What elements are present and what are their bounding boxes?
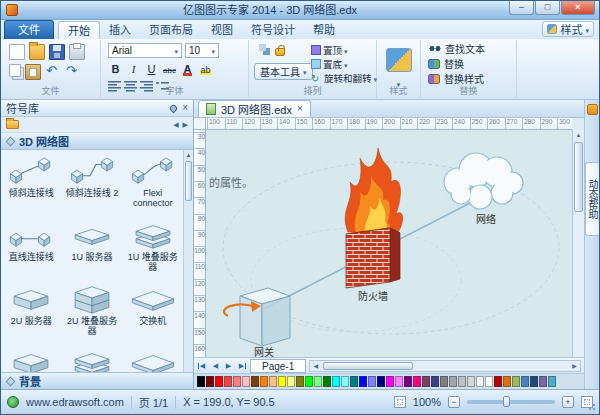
- file-menu-button[interactable]: 文件: [4, 20, 54, 39]
- color-swatch[interactable]: [368, 376, 376, 387]
- library-item[interactable]: 2U 堆叠服务器: [62, 281, 123, 345]
- color-swatch[interactable]: [269, 376, 277, 387]
- font-size-select[interactable]: 10: [185, 43, 219, 58]
- redo-icon[interactable]: [65, 64, 81, 80]
- highlight-button[interactable]: [198, 62, 213, 76]
- send-to-back-button[interactable]: 置底: [311, 57, 377, 71]
- library-item[interactable]: [122, 345, 183, 372]
- close-icon[interactable]: [182, 103, 188, 113]
- color-swatch[interactable]: [377, 376, 385, 387]
- scrollbar-thumb[interactable]: [323, 362, 413, 370]
- color-swatch[interactable]: [215, 376, 223, 387]
- previous-page-button[interactable]: ◀: [209, 359, 222, 373]
- color-swatch[interactable]: [251, 376, 259, 387]
- pin-icon[interactable]: [169, 103, 179, 113]
- resize-grip[interactable]: [585, 400, 597, 412]
- library-section-header[interactable]: 3D 网络图: [1, 133, 193, 150]
- library-item[interactable]: 交换机: [122, 281, 183, 345]
- color-swatch[interactable]: [350, 376, 358, 387]
- color-swatch[interactable]: [314, 376, 322, 387]
- copy-icon[interactable]: [9, 64, 21, 77]
- zoom-slider[interactable]: [467, 400, 555, 404]
- paste-icon[interactable]: [25, 64, 41, 80]
- color-swatch[interactable]: [233, 376, 241, 387]
- font-family-select[interactable]: Arial: [108, 43, 182, 58]
- color-swatch[interactable]: [305, 376, 313, 387]
- scrollbar-thumb[interactable]: [185, 161, 192, 201]
- underline-button[interactable]: [144, 62, 159, 76]
- replace-button[interactable]: 替换: [428, 57, 516, 70]
- color-swatch[interactable]: [413, 376, 421, 387]
- ribbon-tab-1[interactable]: 插入: [100, 21, 140, 39]
- gateway-shape[interactable]: [240, 288, 290, 346]
- zoom-in-button[interactable]: [562, 396, 574, 408]
- scroll-up-icon[interactable]: ▲: [184, 150, 193, 160]
- bold-button[interactable]: [108, 62, 123, 76]
- scroll-left-icon[interactable]: ◀: [310, 361, 321, 371]
- color-swatch[interactable]: [296, 376, 304, 387]
- find-text-button[interactable]: 查找文本: [428, 42, 516, 55]
- color-swatch[interactable]: [458, 376, 466, 387]
- color-swatch[interactable]: [530, 376, 538, 387]
- library-item[interactable]: 倾斜连接线 2: [62, 153, 123, 217]
- library-item[interactable]: [1, 345, 62, 372]
- scroll-left-icon[interactable]: ◀: [173, 120, 178, 130]
- color-swatch[interactable]: [494, 376, 502, 387]
- color-swatch[interactable]: [485, 376, 493, 387]
- color-swatch[interactable]: [224, 376, 232, 387]
- color-swatch[interactable]: [422, 376, 430, 387]
- new-document-icon[interactable]: [9, 44, 25, 60]
- minimize-button[interactable]: [509, 1, 534, 15]
- library-item[interactable]: 直线连接线: [1, 217, 62, 281]
- color-swatch[interactable]: [287, 376, 295, 387]
- style-menu-button[interactable]: 样式: [542, 21, 594, 37]
- firewall-shape[interactable]: [346, 228, 400, 288]
- color-swatch[interactable]: [341, 376, 349, 387]
- color-swatch[interactable]: [539, 376, 547, 387]
- fit-page-icon[interactable]: [394, 396, 406, 408]
- color-swatch[interactable]: [323, 376, 331, 387]
- first-page-button[interactable]: ◀: [196, 359, 209, 373]
- color-swatch[interactable]: [386, 376, 394, 387]
- basic-tools-button[interactable]: 基本工具: [254, 63, 313, 80]
- open-file-icon[interactable]: [29, 44, 45, 60]
- next-page-button[interactable]: ▶: [222, 359, 235, 373]
- save-icon[interactable]: [49, 44, 65, 60]
- scrollbar-thumb[interactable]: [574, 142, 583, 212]
- color-swatch[interactable]: [404, 376, 412, 387]
- color-swatch[interactable]: [521, 376, 529, 387]
- library-background-section[interactable]: 背景: [1, 372, 193, 389]
- library-item[interactable]: 倾斜连接线: [1, 153, 62, 217]
- firewall-label[interactable]: 防火墙: [358, 290, 388, 302]
- dynamic-help-tab[interactable]: 动态帮助: [585, 162, 599, 236]
- group-shapes-icon[interactable]: [259, 44, 270, 55]
- color-swatch[interactable]: [503, 376, 511, 387]
- ribbon-tab-0[interactable]: 开始: [58, 21, 100, 39]
- scroll-right-icon[interactable]: ▶: [183, 120, 188, 130]
- color-swatch[interactable]: [206, 376, 214, 387]
- zoom-slider-thumb[interactable]: [503, 396, 510, 407]
- page-tab[interactable]: Page-1: [250, 359, 306, 373]
- vertical-scrollbar[interactable]: ▲: [572, 130, 584, 357]
- color-swatch[interactable]: [332, 376, 340, 387]
- color-swatch[interactable]: [197, 376, 205, 387]
- undo-icon[interactable]: [45, 64, 61, 80]
- rotate-flip-button[interactable]: 旋转和翻转: [311, 71, 377, 85]
- color-swatch[interactable]: [260, 376, 268, 387]
- open-library-icon[interactable]: [6, 120, 19, 129]
- color-swatch[interactable]: [359, 376, 367, 387]
- panel-options-icon[interactable]: [587, 104, 598, 115]
- ribbon-tab-4[interactable]: 符号设计: [242, 21, 304, 39]
- print-icon[interactable]: [69, 44, 85, 60]
- color-swatch[interactable]: [278, 376, 286, 387]
- italic-button[interactable]: [126, 62, 141, 76]
- last-page-button[interactable]: ▶: [235, 359, 248, 373]
- ribbon-tab-3[interactable]: 视图: [202, 21, 242, 39]
- close-button[interactable]: [561, 1, 595, 15]
- color-swatch[interactable]: [440, 376, 448, 387]
- library-scrollbar[interactable]: ▲: [183, 150, 193, 372]
- library-item[interactable]: 1U 堆叠服务器: [122, 217, 183, 281]
- color-swatch[interactable]: [476, 376, 484, 387]
- gateway-label[interactable]: 网关: [254, 346, 274, 357]
- library-item[interactable]: [62, 345, 123, 372]
